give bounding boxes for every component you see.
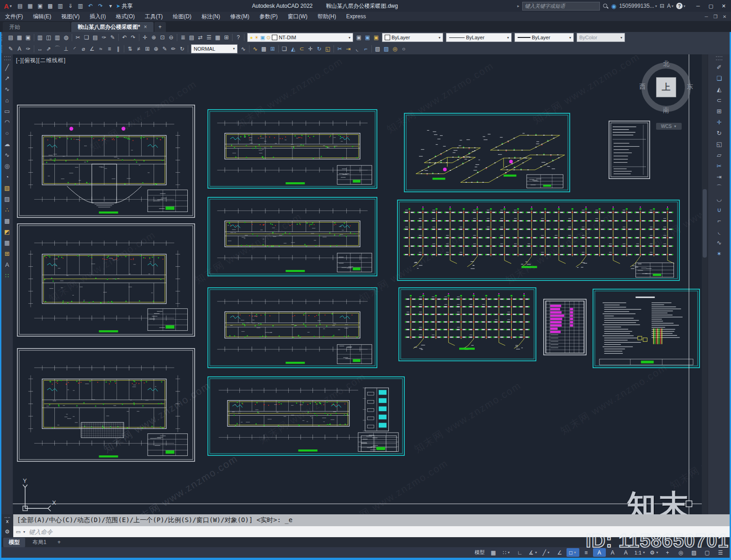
view-cube[interactable]: 北 南 西 东 上 bbox=[638, 59, 694, 116]
toolbar-grip[interactable] bbox=[1, 45, 5, 53]
help-search-box[interactable] bbox=[522, 2, 600, 11]
vertical-scrollbar[interactable] bbox=[702, 54, 708, 514]
open-file-icon[interactable]: ▦ bbox=[26, 1, 35, 11]
scale-button[interactable]: ◱ bbox=[714, 138, 724, 149]
lineweight-display-icon[interactable]: ≡ bbox=[580, 548, 593, 557]
zoom-realtime-button[interactable]: ⊕ bbox=[149, 33, 158, 42]
viewcube-top-face[interactable]: 上 bbox=[656, 77, 676, 97]
print-preview-button[interactable]: ◫ bbox=[44, 33, 53, 42]
stretch-button[interactable]: ▱ bbox=[714, 149, 724, 160]
annotation-scale-icon-icon[interactable]: A bbox=[620, 548, 632, 557]
maximize-button[interactable]: ▢ bbox=[705, 1, 717, 11]
color-control[interactable]: ByLayer▾ bbox=[382, 33, 443, 42]
layer-lock-icon[interactable]: ⊙ bbox=[266, 35, 270, 41]
rotate-button[interactable]: ↻ bbox=[315, 44, 323, 53]
sketch-button[interactable]: ✎ bbox=[108, 33, 117, 42]
multiline-text-button[interactable]: A bbox=[2, 259, 12, 270]
minimize-button[interactable]: ─ bbox=[692, 1, 705, 11]
copy-button[interactable]: ❏ bbox=[280, 44, 289, 53]
help-button[interactable]: ? bbox=[234, 33, 243, 42]
text-edit-button[interactable]: ✎ bbox=[6, 44, 15, 53]
offset-button[interactable]: ⊂ bbox=[714, 95, 724, 106]
object-snap-tracking-icon[interactable]: ∠ bbox=[553, 548, 566, 557]
extend-button[interactable]: ⇥ bbox=[714, 171, 724, 182]
line-button[interactable]: ╱ bbox=[2, 62, 12, 73]
dim-arc-length-button[interactable]: ⌒ bbox=[53, 44, 62, 53]
copy-button[interactable]: ❏ bbox=[714, 73, 724, 84]
collapse-search-icon[interactable]: ▸ bbox=[517, 4, 519, 8]
account-menu[interactable]: 1505999135... ▾ bbox=[619, 3, 657, 9]
break-button[interactable]: ◡ bbox=[714, 193, 724, 204]
zoom-window-button[interactable]: ⊡ bbox=[158, 33, 167, 42]
menu-2[interactable]: 编辑(E) bbox=[28, 12, 56, 21]
polygon-button[interactable]: ⌂ bbox=[2, 95, 12, 106]
viewcube-west-label[interactable]: 西 bbox=[638, 83, 647, 91]
dim-text-edit-button[interactable]: ✏ bbox=[169, 44, 178, 53]
save-as-icon[interactable]: ▩ bbox=[46, 1, 55, 11]
dim-angular-button[interactable]: ∠ bbox=[88, 44, 96, 53]
dim-baseline-button[interactable]: ≡ bbox=[105, 44, 114, 53]
dim-aligned-button[interactable]: ⇗ bbox=[44, 44, 53, 53]
offset-button[interactable]: ⊂ bbox=[297, 44, 306, 53]
plot-button[interactable]: ▥ bbox=[53, 33, 62, 42]
paste-button[interactable]: ▤ bbox=[91, 33, 100, 42]
crosshair-toggle-icon[interactable]: + bbox=[661, 548, 674, 557]
layer-match-button[interactable]: ▣ bbox=[363, 33, 372, 42]
command-input[interactable] bbox=[28, 528, 730, 536]
close-button[interactable]: ✕ bbox=[717, 1, 730, 11]
model-space-toggle[interactable]: 模型 bbox=[473, 548, 487, 557]
rotate-button[interactable]: ↻ bbox=[714, 127, 724, 138]
move-button[interactable]: ✛ bbox=[714, 116, 724, 127]
move-button[interactable]: ✛ bbox=[306, 44, 315, 53]
viewcube-north-label[interactable]: 北 bbox=[662, 60, 671, 68]
region-button[interactable]: ▦ bbox=[2, 237, 12, 248]
tab-layout1[interactable]: 布局1 bbox=[27, 538, 52, 547]
customize-wrench-icon[interactable]: ⚙ bbox=[1, 526, 13, 537]
menu-11[interactable]: 窗口(W) bbox=[283, 12, 313, 21]
extend-button[interactable]: ⇥ bbox=[344, 44, 353, 53]
layer-control-dropdown[interactable]: ●☀▣⊙NT-DIM▾ bbox=[247, 33, 353, 42]
cut-button[interactable]: ✂ bbox=[74, 33, 82, 42]
edit-spline-button[interactable]: ∿ bbox=[251, 44, 260, 53]
clean-screen-icon[interactable]: ▢ bbox=[701, 548, 714, 557]
viewcube-south-label[interactable]: 南 bbox=[662, 106, 671, 115]
layer-translate-button[interactable]: ⇄ bbox=[196, 33, 205, 42]
new-tab-button[interactable]: + bbox=[154, 22, 166, 32]
polyline-button[interactable]: ∿ bbox=[2, 84, 12, 95]
array-button[interactable]: ⊞ bbox=[714, 106, 724, 116]
undo-icon[interactable]: ↶ bbox=[86, 1, 95, 11]
command-input-bar[interactable]: ▭ ▾ bbox=[13, 526, 730, 537]
table-button[interactable]: ⊞ bbox=[2, 248, 12, 259]
add-layout-button[interactable]: + bbox=[54, 538, 64, 546]
construction-line-button[interactable]: ↗ bbox=[2, 73, 12, 84]
menu-4[interactable]: 插入(I) bbox=[85, 12, 111, 21]
polar-tracking-icon[interactable]: ∡▼ bbox=[527, 548, 540, 557]
scale-button[interactable]: ◱ bbox=[323, 44, 332, 53]
doc-minimize-button[interactable]: ─ bbox=[702, 13, 711, 20]
viewport-controls[interactable]: [-][俯视][二维线框] bbox=[16, 57, 66, 64]
chamfer-button[interactable]: ⌐ bbox=[361, 44, 370, 53]
dim-edit-button[interactable]: ✎ bbox=[160, 44, 169, 53]
viewcube-east-label[interactable]: 东 bbox=[685, 83, 694, 91]
layer-freeze-sun-icon[interactable]: ☀ bbox=[254, 35, 259, 41]
new-file-button[interactable]: ▤ bbox=[6, 33, 15, 42]
tab-document[interactable]: 鞍山某八层办公楼采暖图* × bbox=[71, 22, 154, 32]
lineweight-control[interactable]: ByLayer▾ bbox=[514, 33, 574, 42]
layer-on-bulb-icon[interactable]: ● bbox=[250, 35, 253, 40]
menu-10[interactable]: 参数(P) bbox=[254, 12, 283, 21]
linetype-control[interactable]: ByLayer▾ bbox=[446, 33, 512, 42]
ungroup-button[interactable]: ○ bbox=[399, 44, 408, 53]
dim-radius-button[interactable]: ◜ bbox=[70, 44, 79, 53]
dim-break-button[interactable]: ≠ bbox=[134, 44, 143, 53]
close-command-icon[interactable]: x bbox=[6, 519, 9, 523]
trim-button[interactable]: ✂ bbox=[714, 160, 724, 171]
menu-1[interactable]: 文件(F) bbox=[0, 12, 28, 21]
point-button[interactable]: ∴ bbox=[2, 204, 12, 215]
redo-icon[interactable]: ↷ bbox=[96, 1, 105, 11]
annotation-scale[interactable]: 1:1▼ bbox=[633, 548, 647, 557]
break-at-point-button[interactable]: ⌒ bbox=[714, 182, 724, 193]
dim-ordinate-button[interactable]: ⊥ bbox=[62, 44, 70, 53]
dim-diameter-button[interactable]: ⌀ bbox=[79, 44, 88, 53]
trim-button[interactable]: ✂ bbox=[335, 44, 344, 53]
layer-properties-button[interactable]: ≣ bbox=[179, 33, 187, 42]
